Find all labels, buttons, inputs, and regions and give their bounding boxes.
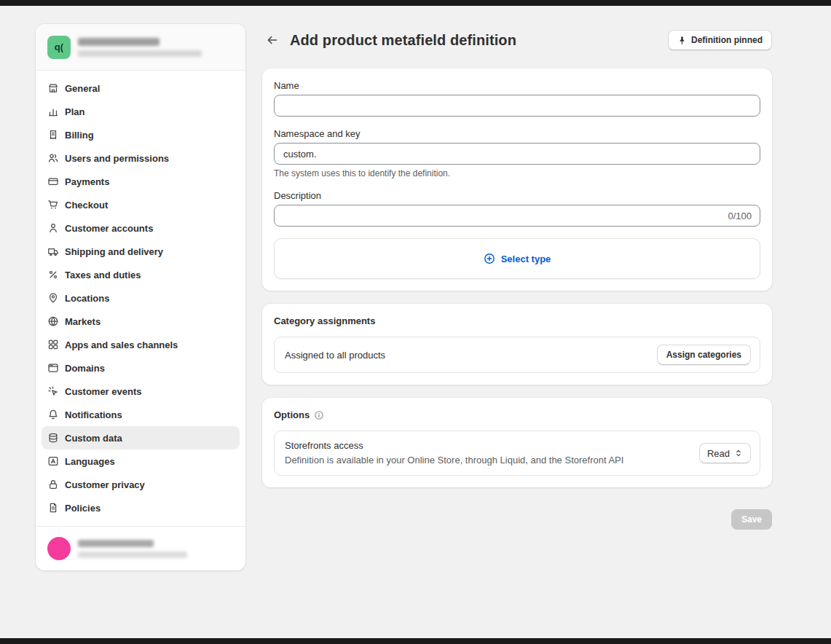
sidebar-item-label: Domains bbox=[65, 363, 105, 374]
plus-circle-icon bbox=[484, 253, 495, 264]
sidebar-item-label: Taxes and duties bbox=[65, 270, 141, 280]
sidebar-item-label: Checkout bbox=[65, 200, 108, 211]
description-label: Description bbox=[274, 190, 760, 201]
user-avatar bbox=[47, 537, 71, 560]
namespace-label: Namespace and key bbox=[274, 128, 760, 139]
category-assignment-row: Assigned to all products Assign categori… bbox=[274, 337, 760, 373]
category-assignments-card: Category assignments Assigned to all pro… bbox=[262, 304, 772, 385]
select-caret-icon bbox=[734, 449, 743, 458]
lock-icon bbox=[47, 479, 59, 490]
namespace-key-input[interactable] bbox=[274, 143, 760, 165]
user-email-redacted bbox=[78, 551, 187, 558]
settings-nav: General Plan Billing Users and permissio… bbox=[36, 71, 245, 525]
assign-categories-button[interactable]: Assign categories bbox=[657, 345, 751, 365]
store-meta bbox=[78, 38, 202, 57]
sidebar-item-label: Customer events bbox=[65, 386, 141, 397]
sidebar-item-users-and-permissions[interactable]: Users and permissions bbox=[42, 146, 240, 170]
name-label: Name bbox=[274, 80, 760, 91]
sidebar-item-label: Plan bbox=[65, 106, 84, 117]
definition-card: Name Namespace and key The system uses t… bbox=[262, 68, 772, 291]
settings-sidebar: q( General Plan Billing Users and permis bbox=[36, 24, 245, 570]
save-button[interactable]: Save bbox=[731, 509, 772, 530]
sidebar-item-label: Languages bbox=[65, 456, 115, 467]
storefronts-access-text: Storefronts access Definition is availab… bbox=[283, 439, 699, 468]
storefronts-access-row: Storefronts access Definition is availab… bbox=[274, 431, 760, 476]
name-input[interactable] bbox=[274, 95, 760, 117]
sidebar-item-policies[interactable]: Policies bbox=[42, 496, 240, 519]
pin-icon bbox=[677, 36, 687, 45]
apps-grid-icon bbox=[47, 339, 59, 350]
sidebar-item-markets[interactable]: Markets bbox=[42, 310, 240, 333]
sidebar-item-label: Custom data bbox=[65, 433, 122, 444]
sidebar-item-label: Billing bbox=[65, 130, 94, 141]
plan-chart-icon bbox=[47, 106, 59, 117]
definition-pinned-button[interactable]: Definition pinned bbox=[668, 30, 772, 50]
storefronts-access-select[interactable]: Read bbox=[699, 443, 751, 463]
select-type-button[interactable]: Select type bbox=[274, 238, 760, 279]
sidebar-item-label: Apps and sales channels bbox=[65, 339, 178, 350]
sidebar-item-label: Customer privacy bbox=[65, 479, 145, 490]
user-meta bbox=[78, 540, 187, 558]
document-icon bbox=[47, 502, 59, 514]
sidebar-item-label: Payments bbox=[65, 176, 109, 187]
browser-window-icon bbox=[47, 362, 59, 374]
user-account-footer[interactable] bbox=[36, 526, 245, 570]
sidebar-item-shipping-and-delivery[interactable]: Shipping and delivery bbox=[42, 240, 240, 263]
back-button[interactable] bbox=[262, 30, 283, 50]
back-arrow-icon bbox=[267, 34, 278, 46]
namespace-field: Namespace and key The system uses this t… bbox=[274, 128, 760, 178]
info-icon bbox=[314, 410, 324, 420]
cursor-click-icon bbox=[47, 385, 59, 397]
options-heading: Options bbox=[274, 409, 310, 420]
sidebar-item-customer-accounts[interactable]: Customer accounts bbox=[42, 216, 240, 240]
storefronts-access-description: Definition is available in your Online S… bbox=[285, 453, 699, 468]
sidebar-item-plan[interactable]: Plan bbox=[42, 100, 240, 123]
person-icon bbox=[47, 222, 59, 234]
sidebar-item-label: Shipping and delivery bbox=[65, 246, 163, 257]
sidebar-item-label: Notifications bbox=[65, 409, 122, 420]
database-icon bbox=[47, 432, 59, 444]
storefront-icon bbox=[47, 82, 59, 94]
storefronts-access-value: Read bbox=[707, 448, 730, 459]
sidebar-item-label: Customer accounts bbox=[65, 223, 153, 234]
sidebar-item-payments[interactable]: Payments bbox=[42, 170, 240, 193]
options-card: Options Storefronts access Definition is… bbox=[262, 398, 772, 487]
category-assignments-heading: Category assignments bbox=[274, 315, 375, 326]
sidebar-item-label: Policies bbox=[65, 503, 101, 514]
store-switcher[interactable]: q( bbox=[36, 24, 245, 71]
sidebar-item-label: Locations bbox=[65, 293, 109, 304]
store-avatar: q( bbox=[47, 36, 71, 59]
sidebar-item-label: General bbox=[65, 83, 100, 94]
sidebar-item-apps-and-sales-channels[interactable]: Apps and sales channels bbox=[42, 333, 240, 356]
description-input[interactable] bbox=[274, 205, 760, 227]
receipt-icon bbox=[47, 129, 59, 141]
user-name-redacted bbox=[78, 540, 154, 547]
sidebar-item-label: Markets bbox=[65, 316, 101, 327]
name-field: Name bbox=[274, 80, 760, 117]
sidebar-item-general[interactable]: General bbox=[42, 76, 240, 100]
sidebar-item-notifications[interactable]: Notifications bbox=[42, 403, 240, 426]
sidebar-item-customer-privacy[interactable]: Customer privacy bbox=[42, 473, 240, 496]
cart-icon bbox=[47, 199, 59, 211]
storefronts-access-title: Storefronts access bbox=[285, 439, 699, 453]
store-domain-redacted bbox=[78, 50, 202, 57]
store-name-redacted bbox=[78, 38, 159, 46]
users-icon bbox=[47, 152, 59, 164]
namespace-help-text: The system uses this to identify the def… bbox=[274, 168, 760, 178]
main-content: Add product metafield definition Definit… bbox=[262, 29, 772, 530]
sidebar-item-locations[interactable]: Locations bbox=[42, 286, 240, 310]
settings-page: q( General Plan Billing Users and permis bbox=[0, 0, 831, 644]
payments-card-icon bbox=[47, 176, 59, 187]
bottom-window-bar bbox=[0, 638, 831, 644]
sidebar-item-label: Users and permissions bbox=[65, 153, 169, 164]
bell-icon bbox=[47, 409, 59, 420]
percent-icon bbox=[47, 269, 59, 280]
sidebar-item-custom-data[interactable]: Custom data bbox=[42, 426, 240, 449]
sidebar-item-checkout[interactable]: Checkout bbox=[42, 193, 240, 216]
sidebar-item-taxes-and-duties[interactable]: Taxes and duties bbox=[42, 263, 240, 286]
sidebar-item-domains[interactable]: Domains bbox=[42, 356, 240, 380]
sidebar-item-billing[interactable]: Billing bbox=[42, 123, 240, 146]
sidebar-item-customer-events[interactable]: Customer events bbox=[42, 380, 240, 403]
sidebar-item-languages[interactable]: Languages bbox=[42, 449, 240, 473]
top-window-bar bbox=[0, 0, 831, 6]
